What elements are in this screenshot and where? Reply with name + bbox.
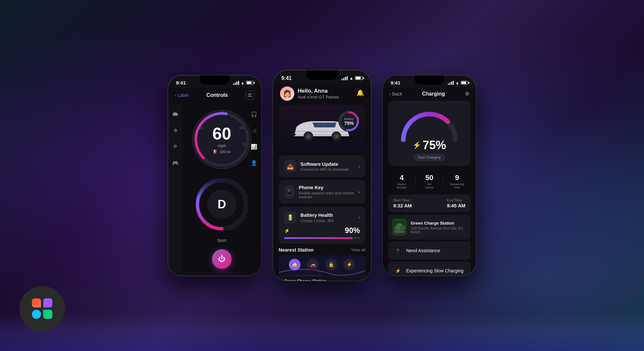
sidebar-left: ❄ P 🎮 bbox=[168, 104, 182, 272]
phone3-content: ‹ Back Charging ⚙ bbox=[383, 88, 476, 276]
gear-mode-label: Sport bbox=[217, 238, 227, 243]
gauge-value-display: ⚡ 75% Fast Charging bbox=[412, 138, 446, 161]
arrow-icon-3: › bbox=[358, 214, 360, 221]
steering-icon[interactable]: 🎮 bbox=[170, 158, 181, 168]
sidebar-right: 🎧 ◁ 📊 👤 bbox=[247, 104, 261, 272]
status-time-2: 9:41 bbox=[281, 75, 292, 81]
need-assistance-button[interactable]: ? Need Assistance bbox=[388, 241, 471, 260]
kw-speed-label: kWSpeed bbox=[416, 183, 443, 189]
notch-2 bbox=[307, 71, 338, 80]
remaining-time-value: 9 bbox=[443, 174, 471, 182]
chart-icon[interactable]: 📊 bbox=[249, 141, 259, 152]
software-update-title: Software Update bbox=[301, 161, 349, 167]
settings-icon[interactable]: ⚙ bbox=[465, 91, 469, 97]
car-section: Battery 75% bbox=[279, 105, 366, 153]
svg-point-59 bbox=[400, 225, 406, 230]
phone3-header: ‹ Back Charging ⚙ bbox=[383, 88, 476, 101]
phone1-body: ❄ P 🎮 bbox=[168, 104, 261, 272]
back-button-3[interactable]: ‹ Back bbox=[389, 91, 402, 97]
status-time-1: 9:41 bbox=[176, 80, 186, 85]
phone1-content: ‹ Label Controls bbox=[168, 88, 261, 272]
svg-text:75%: 75% bbox=[344, 121, 354, 126]
svg-rect-2 bbox=[248, 96, 252, 97]
gear-letter: D bbox=[218, 198, 226, 211]
battery-health-card[interactable]: 🔋 Battery Health Charge Cycles: 350 › ⚡ … bbox=[279, 207, 366, 244]
map-home-icon[interactable]: 🏠 bbox=[289, 259, 301, 270]
figma-logo bbox=[20, 286, 65, 332]
car-icon[interactable] bbox=[170, 109, 181, 119]
time-row: Start Time 9:32 AM End Time 9:45 AM bbox=[388, 194, 471, 212]
status-time-3: 9:41 bbox=[391, 80, 400, 85]
map-station-name: Green Charge Station bbox=[284, 279, 326, 281]
wifi-icon-1: ▲ bbox=[241, 81, 245, 85]
back-button-1[interactable]: ‹ Label bbox=[175, 93, 189, 98]
signal-icon-2 bbox=[342, 76, 348, 80]
battery-health-icon: 🔋 bbox=[284, 211, 296, 224]
signal-icon-3 bbox=[448, 81, 454, 85]
fan-icon[interactable]: ❄ bbox=[170, 125, 181, 136]
battery-health-sub: Charge Cycles: 350 bbox=[301, 218, 333, 223]
arrow-icon-2: › bbox=[358, 189, 360, 195]
phone1-header: ‹ Label Controls bbox=[168, 88, 261, 104]
phone-home: 9:41 ▲ 👩 Hello, Anna bbox=[273, 70, 372, 281]
slow-charging-button[interactable]: ⚡ Experiencing Slow Charging bbox=[388, 262, 471, 276]
menu-icon-1[interactable] bbox=[246, 91, 255, 100]
nearest-title: Nearest Station bbox=[279, 247, 314, 253]
phone-icon: 📱 bbox=[284, 186, 294, 198]
status-icons-3: ▲ bbox=[448, 81, 468, 85]
svg-text:Battery: Battery bbox=[344, 117, 354, 121]
back-label-3: Back bbox=[392, 91, 402, 97]
figma-purple bbox=[43, 298, 52, 307]
upload-icon: 📤 bbox=[284, 160, 296, 173]
wiper-icon[interactable]: ◁ bbox=[249, 125, 259, 136]
remaining-time-stat: 9 RemainingTime bbox=[443, 171, 471, 192]
battery-health-value: 90% bbox=[345, 226, 360, 235]
station-thumbnail bbox=[392, 219, 407, 236]
phone-key-card[interactable]: 📱 Phone Key Enable passive entry and rem… bbox=[279, 180, 366, 204]
svg-point-35 bbox=[307, 135, 310, 137]
map-charge-icon[interactable]: ⚡ bbox=[343, 259, 355, 270]
bell-icon[interactable]: 🔔 bbox=[356, 89, 364, 97]
start-time-label: Start Time bbox=[393, 198, 412, 202]
gauge-lightning-icon: ⚡ bbox=[412, 141, 421, 150]
charge-stats: 4 StationNumber 50 kWSpeed 9 RemainingTi… bbox=[388, 171, 471, 192]
range-value: 200 mi bbox=[220, 150, 230, 154]
battery-health-title: Battery Health bbox=[301, 212, 333, 218]
phone-charging: 9:41 ▲ ‹ Back Charging bbox=[382, 75, 476, 276]
map-car-icon[interactable]: 🚗 bbox=[307, 259, 319, 270]
nearest-station-section: Nearest Station View all bbox=[279, 247, 366, 281]
range-display: ⛽ 200 mi bbox=[213, 150, 230, 154]
kw-speed-value: 50 bbox=[416, 174, 443, 182]
wifi-icon-2: ▲ bbox=[349, 76, 353, 81]
phone2-content: 👩 Hello, Anna Audi e-tron GT Parked 🔔 bbox=[273, 84, 371, 281]
station-number-label: StationNumber bbox=[388, 183, 415, 189]
station-number-value: 4 bbox=[388, 174, 415, 182]
svg-point-6 bbox=[176, 115, 178, 116]
headphone-icon[interactable]: 🎧 bbox=[249, 109, 259, 119]
station-number-stat: 4 StationNumber bbox=[388, 171, 415, 192]
person-icon[interactable]: 👤 bbox=[249, 158, 259, 168]
speed-display: 60 mph ⛽ 200 mi bbox=[212, 125, 231, 154]
map-station-bar: Green Charge Station bbox=[279, 276, 366, 281]
signal-icon-1 bbox=[233, 81, 239, 85]
speed-unit: mph bbox=[218, 143, 226, 148]
power-button[interactable]: ⏻ bbox=[212, 249, 232, 269]
fast-charge-badge: Fast Charging bbox=[414, 154, 445, 161]
start-time-value: 9:32 AM bbox=[393, 203, 412, 208]
remaining-time-label: RemainingTime bbox=[443, 183, 471, 189]
station-card[interactable]: Green Charge Station 123 Electric Avenue… bbox=[388, 215, 471, 240]
station-name: Green Charge Station bbox=[411, 221, 467, 226]
slow-charging-text: Experiencing Slow Charging bbox=[406, 268, 463, 273]
parking-icon[interactable]: P bbox=[170, 141, 181, 152]
map-lock-icon[interactable]: 🔒 bbox=[325, 259, 337, 270]
battery-icon-1 bbox=[246, 81, 253, 84]
end-time-label: End Time bbox=[447, 198, 465, 202]
gear-indicator: D bbox=[207, 190, 236, 219]
view-all-link[interactable]: View all bbox=[351, 248, 365, 253]
notch-3 bbox=[415, 75, 444, 84]
slow-charge-icon: ⚡ bbox=[393, 266, 402, 275]
status-icons-1: ▲ bbox=[233, 81, 253, 85]
software-update-card[interactable]: 📤 Software Update Connect to WiFi to dow… bbox=[279, 155, 366, 177]
phone-key-sub: Enable passive entry and remote controls bbox=[299, 191, 358, 199]
battery-ring: Battery 75% bbox=[337, 109, 361, 135]
